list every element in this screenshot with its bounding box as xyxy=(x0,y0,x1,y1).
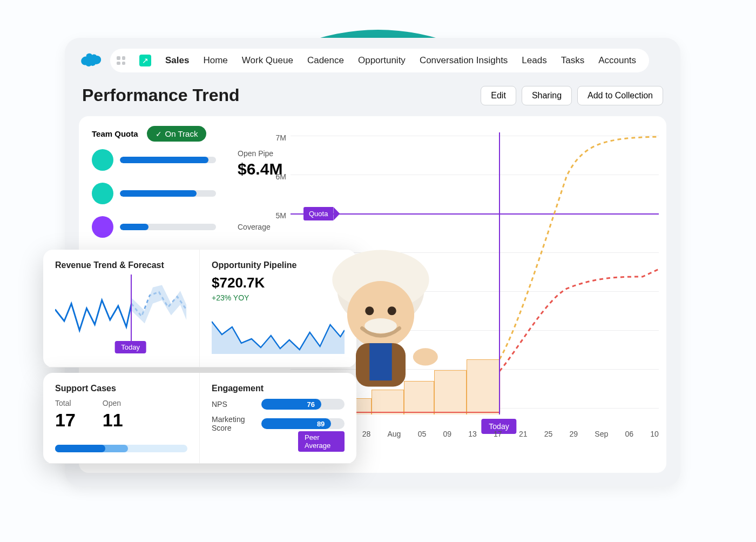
member-progress xyxy=(120,190,216,197)
nav-item-accounts[interactable]: Accounts xyxy=(598,55,636,66)
x-tick: 21 xyxy=(519,430,528,444)
opp-pipeline-title: Opportunity Pipeline xyxy=(212,260,345,270)
nav-item-cadence[interactable]: Cadence xyxy=(307,55,344,66)
nps-bar: 76 xyxy=(261,399,345,410)
nav-bar: ↗ Sales Home Work Queue Cadence Opportun… xyxy=(110,49,649,72)
x-tick: 05 xyxy=(418,430,427,444)
support-open-value: 11 xyxy=(103,410,123,431)
x-tick: 09 xyxy=(443,430,451,444)
revenue-trend-title: Revenue Trend & Forecast xyxy=(55,260,187,270)
today-marker xyxy=(499,132,500,414)
sharing-button[interactable]: Sharing xyxy=(522,86,572,105)
sales-app-icon[interactable]: ↗ xyxy=(139,55,151,66)
mini-dashboard-bottom: Support Cases Total 17 Open 11 Engagemen… xyxy=(43,373,356,464)
revenue-trend-panel: Revenue Trend & Forecast Today xyxy=(43,250,200,367)
mini-dashboard-top: Revenue Trend & Forecast Today Opportuni… xyxy=(43,250,356,367)
status-badge: ✓ On Track xyxy=(147,126,207,142)
nav-item-home[interactable]: Home xyxy=(203,55,227,66)
team-member-list xyxy=(92,149,216,238)
nav-item-work-queue[interactable]: Work Queue xyxy=(242,55,293,66)
support-total-label: Total xyxy=(55,399,76,407)
nav-item-conv-insights[interactable]: Conversation Insights xyxy=(420,55,508,66)
marketing-score-label: Marketing Score xyxy=(212,415,254,432)
y-tick: 5M xyxy=(270,211,286,220)
nps-value: 76 xyxy=(307,400,314,409)
check-icon: ✓ xyxy=(156,130,162,138)
opp-pipeline-yoy: +23% YOY xyxy=(212,293,345,302)
x-tick: 10 xyxy=(650,430,659,444)
peer-average-tag: Peer Average xyxy=(298,431,345,452)
nav-item-leads[interactable]: Leads xyxy=(522,55,546,66)
x-tick: Aug xyxy=(387,430,401,444)
x-tick: 29 xyxy=(570,430,578,444)
engagement-title: Engagement xyxy=(212,384,345,393)
engagement-panel: Engagement NPS 76 Marketing Score 89 Pee… xyxy=(200,373,356,464)
marketing-score-value: 89 xyxy=(317,420,325,428)
support-total-value: 17 xyxy=(55,410,76,431)
avatar xyxy=(92,149,113,171)
x-tick: 28 xyxy=(362,430,371,444)
avatar xyxy=(92,216,113,238)
opp-pipeline-value: $720.7K xyxy=(212,275,345,291)
x-tick: 17 xyxy=(494,430,502,444)
status-text: On Track xyxy=(165,129,198,138)
team-member-row xyxy=(92,216,216,238)
nav-item-opportunity[interactable]: Opportunity xyxy=(358,55,406,66)
page-actions: Edit Sharing Add to Collection xyxy=(481,86,663,105)
y-tick: 6M xyxy=(270,172,286,181)
x-tick: 06 xyxy=(625,430,633,444)
y-tick: 7M xyxy=(270,133,286,142)
x-tick: Sep xyxy=(595,430,608,444)
support-cases-title: Support Cases xyxy=(55,384,187,393)
page-title: Performance Trend xyxy=(82,85,240,105)
nav-item-sales[interactable]: Sales xyxy=(165,55,189,66)
x-tick: 25 xyxy=(544,430,553,444)
team-member-row xyxy=(92,183,216,204)
team-member-row xyxy=(92,149,216,171)
add-to-collection-button[interactable]: Add to Collection xyxy=(577,86,663,105)
edit-button[interactable]: Edit xyxy=(481,86,516,105)
marketing-score-bar: 89 xyxy=(261,418,345,429)
nav-item-tasks[interactable]: Tasks xyxy=(561,55,584,66)
opportunity-pipeline-panel: Opportunity Pipeline $720.7K +23% YOY xyxy=(200,250,356,367)
title-row: Performance Trend Edit Sharing Add to Co… xyxy=(82,85,663,105)
top-bar: ↗ Sales Home Work Queue Cadence Opportun… xyxy=(79,49,666,72)
nps-label: NPS xyxy=(212,400,254,409)
member-progress xyxy=(120,157,216,163)
app-launcher-icon[interactable] xyxy=(117,56,125,65)
member-progress xyxy=(120,224,216,230)
x-tick: 13 xyxy=(468,430,477,444)
team-quota-label: Team Quota xyxy=(92,129,138,138)
avatar xyxy=(92,183,113,204)
support-open-label: Open xyxy=(103,399,123,407)
salesforce-logo-icon xyxy=(79,51,103,70)
today-tag-mini: Today xyxy=(114,341,146,353)
support-cases-panel: Support Cases Total 17 Open 11 xyxy=(43,373,200,464)
